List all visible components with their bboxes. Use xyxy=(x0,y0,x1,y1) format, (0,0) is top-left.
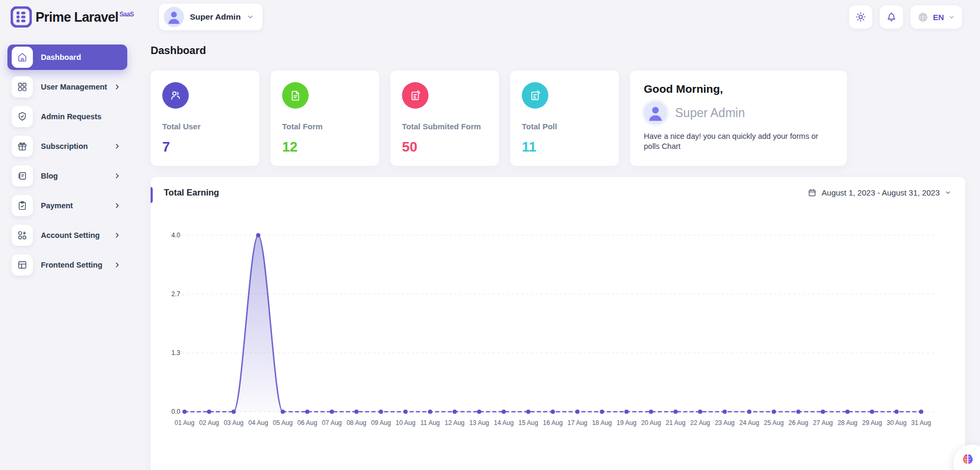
greeting-message: Have a nice day! you can quickly add you… xyxy=(644,131,827,151)
blog-icon xyxy=(12,165,33,187)
gift-icon xyxy=(12,136,33,157)
user-menu[interactable]: Super Admin xyxy=(159,4,262,30)
stats-row: Total User7Total Form12Total Submited Fo… xyxy=(151,70,965,166)
poll-icon xyxy=(522,82,548,109)
svg-text:04 Aug: 04 Aug xyxy=(248,419,268,427)
avatar xyxy=(164,7,184,27)
chevron-down-icon xyxy=(247,13,254,21)
theme-toggle-button[interactable] xyxy=(849,5,872,29)
earning-card-header: Total Earning August 1, 2023 - August 31… xyxy=(151,177,965,198)
date-range-label: August 1, 2023 - August 31, 2023 xyxy=(821,188,940,197)
svg-text:2.7: 2.7 xyxy=(171,290,180,298)
svg-text:1.3: 1.3 xyxy=(171,349,180,357)
sidebar-item-admin-requests[interactable]: Admin Requests xyxy=(7,104,127,129)
svg-text:29 Aug: 29 Aug xyxy=(862,419,882,427)
language-label: EN xyxy=(933,13,944,22)
main-content: Dashboard Total User7Total Form12Total S… xyxy=(151,45,965,470)
saas-badge: SaaS xyxy=(119,11,134,18)
earning-chart: 4.02.71.30.001 Aug02 Aug03 Aug04 Aug05 A… xyxy=(151,211,965,433)
svg-text:01 Aug: 01 Aug xyxy=(174,419,194,427)
svg-text:31 Aug: 31 Aug xyxy=(911,419,931,427)
sidebar-item-payment[interactable]: Payment xyxy=(7,193,127,218)
accent-bar xyxy=(151,187,153,203)
chevron-right-icon xyxy=(113,172,121,180)
greeting-user-name: Super Admin xyxy=(675,106,745,120)
brand-logo-icon xyxy=(11,6,32,28)
chevron-right-icon xyxy=(113,232,121,239)
stat-label: Total Submited Form xyxy=(402,122,487,131)
grid-plus-icon xyxy=(12,225,33,246)
svg-text:20 Aug: 20 Aug xyxy=(641,419,661,427)
svg-text:05 Aug: 05 Aug xyxy=(273,419,293,427)
sidebar-item-user-management[interactable]: User Management xyxy=(7,74,127,100)
stat-card-total-form: Total Form12 xyxy=(270,70,379,166)
document-icon xyxy=(282,82,309,109)
shield-check-icon xyxy=(12,106,33,127)
language-selector[interactable]: EN xyxy=(911,5,962,29)
sun-icon xyxy=(855,11,867,23)
chevron-right-icon xyxy=(113,143,121,150)
svg-text:0.0: 0.0 xyxy=(171,408,180,415)
chevron-down-icon xyxy=(944,189,951,196)
sidebar: DashboardUser ManagementAdmin RequestsSu… xyxy=(7,45,127,278)
header-actions: EN xyxy=(849,5,962,29)
users-icon xyxy=(162,82,189,109)
sidebar-item-subscription[interactable]: Subscription xyxy=(7,134,127,159)
user-menu-label: Super Admin xyxy=(190,12,241,22)
sidebar-item-label: Blog xyxy=(41,172,58,180)
brand[interactable]: Prime LaravelSaaS xyxy=(11,6,150,28)
stat-card-total-submited-form: Total Submited Form50 xyxy=(390,70,499,166)
notifications-button[interactable] xyxy=(880,5,903,29)
stat-value: 50 xyxy=(402,139,487,155)
svg-text:16 Aug: 16 Aug xyxy=(543,419,563,427)
stat-value: 7 xyxy=(162,139,248,155)
app-header: Prime LaravelSaaS Super Admin xyxy=(0,0,980,34)
earning-chart-svg: 4.02.71.30.001 Aug02 Aug03 Aug04 Aug05 A… xyxy=(151,211,965,431)
globe-icon xyxy=(917,12,929,23)
date-range-picker[interactable]: August 1, 2023 - August 31, 2023 xyxy=(808,188,951,197)
svg-text:17 Aug: 17 Aug xyxy=(567,419,587,427)
sidebar-item-label: Frontend Setting xyxy=(41,261,102,269)
svg-text:30 Aug: 30 Aug xyxy=(887,419,906,427)
earning-card: Total Earning August 1, 2023 - August 31… xyxy=(151,177,965,470)
stat-label: Total Form xyxy=(282,122,368,131)
svg-text:4.0: 4.0 xyxy=(171,232,180,239)
sidebar-item-label: User Management xyxy=(41,83,107,91)
stat-value: 12 xyxy=(282,139,368,155)
svg-text:13 Aug: 13 Aug xyxy=(469,419,489,427)
svg-text:10 Aug: 10 Aug xyxy=(396,419,415,427)
svg-text:18 Aug: 18 Aug xyxy=(592,419,611,427)
home-icon xyxy=(12,47,33,68)
chevron-right-icon xyxy=(113,202,121,209)
avatar xyxy=(644,101,667,125)
sidebar-item-blog[interactable]: Blog xyxy=(7,163,127,189)
sidebar-item-label: Subscription xyxy=(41,142,88,150)
calendar-icon xyxy=(808,188,817,197)
sidebar-item-label: Dashboard xyxy=(41,53,81,61)
greeting-title: Good Morning, xyxy=(644,83,833,95)
svg-text:15 Aug: 15 Aug xyxy=(519,419,538,427)
stat-card-total-poll: Total Poll11 xyxy=(510,70,619,166)
greeting-user-row: Super Admin xyxy=(644,101,833,125)
grid-icon xyxy=(12,76,33,97)
svg-text:09 Aug: 09 Aug xyxy=(371,419,391,427)
sidebar-item-label: Admin Requests xyxy=(41,112,101,121)
chevron-down-icon xyxy=(948,14,955,21)
svg-text:14 Aug: 14 Aug xyxy=(494,419,513,427)
sidebar-item-account-setting[interactable]: Account Setting xyxy=(7,223,127,248)
chevron-right-icon xyxy=(113,261,121,269)
svg-text:22 Aug: 22 Aug xyxy=(690,419,710,427)
sidebar-item-frontend-setting[interactable]: Frontend Setting xyxy=(7,252,127,278)
svg-text:26 Aug: 26 Aug xyxy=(789,419,808,427)
svg-text:21 Aug: 21 Aug xyxy=(666,419,685,427)
svg-text:02 Aug: 02 Aug xyxy=(199,419,219,427)
sidebar-item-dashboard[interactable]: Dashboard xyxy=(7,45,127,70)
svg-text:12 Aug: 12 Aug xyxy=(445,419,465,427)
clipboard-check-icon xyxy=(12,195,33,216)
svg-text:07 Aug: 07 Aug xyxy=(322,419,342,427)
page-title: Dashboard xyxy=(151,45,965,57)
svg-text:28 Aug: 28 Aug xyxy=(837,419,857,427)
form-icon xyxy=(402,82,428,109)
bell-icon xyxy=(886,11,897,23)
brand-name: Prime LaravelSaaS xyxy=(36,10,134,25)
